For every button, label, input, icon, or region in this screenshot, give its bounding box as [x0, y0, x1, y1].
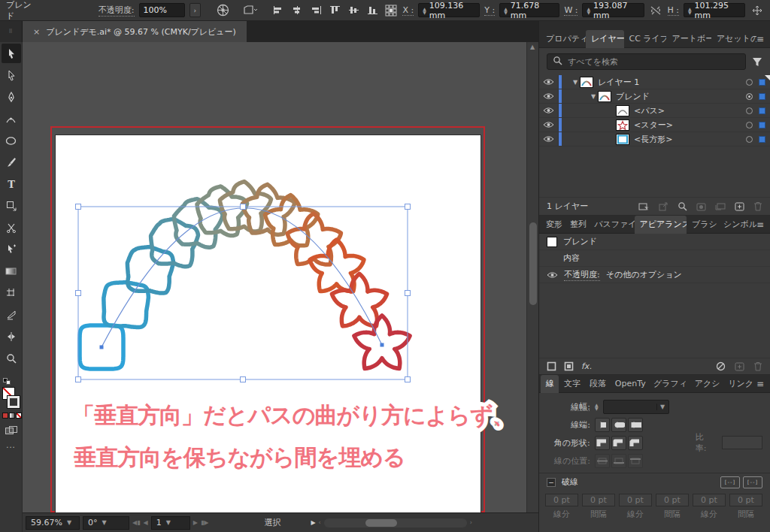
cap-butt-icon[interactable] — [595, 418, 610, 432]
tab-middle-1[interactable]: 整列 — [565, 216, 589, 234]
miter-ratio-field[interactable] — [722, 436, 762, 449]
toolbar-collapse-handle[interactable]: ⠿ — [0, 21, 23, 42]
document-tab[interactable]: × ブレンドデモ.ai* @ 59.67 % (CMYK/プレビュー) — [23, 21, 247, 42]
draw-mode-icon[interactable] — [5, 426, 17, 435]
stroke-swatch[interactable] — [8, 396, 20, 408]
tab-middle-3[interactable]: アピアランス — [635, 216, 687, 234]
cap-round-icon[interactable] — [611, 418, 626, 432]
appearance-row-blend[interactable]: ブレンド — [539, 234, 770, 250]
align-bottom-icon[interactable] — [365, 3, 380, 18]
dash-field-1[interactable]: 0 pt — [582, 494, 615, 506]
align-middle-icon[interactable] — [347, 3, 361, 18]
delete-item-icon[interactable] — [753, 361, 762, 371]
status-expand-icon[interactable]: ▶ — [311, 519, 315, 526]
tab-top-1[interactable]: レイヤー — [586, 30, 624, 48]
new-sublayer-icon[interactable] — [715, 202, 726, 211]
scroll-left-icon[interactable]: ‹ — [319, 519, 321, 526]
tab-middle-4[interactable]: ブラシ — [687, 216, 718, 234]
tab-top-3[interactable]: アートボー — [666, 30, 711, 48]
horizontal-scrollbar[interactable] — [324, 518, 467, 527]
layer-row-4[interactable]: <長方形> — [539, 132, 770, 147]
selection-handle[interactable] — [76, 291, 81, 296]
chevron-down-icon[interactable]: ▼ — [166, 519, 171, 526]
scroll-right-icon[interactable]: › — [470, 519, 472, 526]
align-left-icon[interactable] — [271, 3, 286, 18]
selection-tool[interactable] — [2, 44, 21, 63]
paintbrush-tool[interactable] — [2, 153, 21, 172]
appearance-row-opacity[interactable]: 不透明度: その他のオプション — [539, 267, 770, 283]
selection-handle[interactable] — [405, 377, 411, 382]
rotation-field[interactable]: 0°▼ — [83, 516, 129, 530]
gradient-tool[interactable] — [2, 261, 21, 281]
stroke-weight-combo[interactable]: ▼ — [603, 400, 669, 414]
zoom-level-field[interactable]: 59.67%▼ — [26, 516, 80, 530]
tab-lower-1[interactable]: 文字 — [559, 375, 584, 393]
artboard-number-field[interactable]: 1▼ — [151, 516, 190, 530]
tab-lower-4[interactable]: グラフィ — [648, 375, 690, 393]
stroke-align-outside-icon[interactable] — [628, 454, 643, 468]
stepper-icon[interactable]: ▲▼ — [688, 7, 692, 14]
link-dimensions-icon[interactable] — [649, 3, 663, 18]
target-circle-icon[interactable] — [746, 93, 753, 100]
stepper-icon[interactable]: ▲▼ — [595, 403, 599, 410]
tab-lower-0[interactable]: 線 — [541, 375, 559, 393]
chevron-down-icon[interactable]: ▼ — [67, 519, 71, 526]
tab-middle-0[interactable]: 変形 — [541, 216, 565, 234]
align-right-icon[interactable] — [309, 3, 323, 18]
none-mode-swatch[interactable] — [16, 413, 22, 419]
curvature-tool[interactable] — [2, 109, 21, 128]
layer-row-0[interactable]: ▼レイヤー 1 — [539, 75, 770, 89]
layer-name[interactable]: <スター> — [634, 119, 673, 131]
ellipse-tool[interactable] — [2, 131, 21, 150]
w-field[interactable]: ▲▼ 193.087 mm — [582, 3, 644, 17]
chevron-down-icon[interactable]: ▼ — [102, 519, 107, 526]
transform-icon[interactable] — [750, 3, 764, 18]
selection-indicator[interactable] — [759, 122, 765, 128]
target-circle-icon[interactable] — [746, 107, 753, 114]
tab-top-2[interactable]: CC ライブ — [624, 30, 667, 48]
locate-object-icon[interactable] — [638, 202, 650, 211]
appearance-row-contents[interactable]: 内容 — [539, 250, 770, 267]
layer-row-3[interactable]: <スター> — [539, 118, 770, 132]
stepper-icon[interactable]: ▲▼ — [587, 7, 590, 14]
selection-handle[interactable] — [76, 377, 81, 382]
search-input[interactable]: すべてを検索 — [547, 53, 746, 70]
scroll-up-icon[interactable]: ▲ — [530, 44, 535, 50]
panel-menu-icon[interactable]: ≡ — [756, 219, 764, 230]
layer-name[interactable]: <長方形> — [634, 134, 672, 145]
panel-menu-icon[interactable]: ≡ — [756, 379, 764, 389]
join-round-icon[interactable] — [611, 436, 626, 450]
x-field[interactable]: ▲▼ 109.136 mm — [418, 3, 480, 17]
artboard-nav-next[interactable]: ▶ — [193, 519, 198, 526]
artboard-nav-prev[interactable]: ◀ — [144, 519, 148, 526]
layer-name[interactable]: レイヤー 1 — [598, 77, 639, 88]
chevron-down-icon[interactable]: ▼ — [589, 93, 598, 100]
delete-layer-icon[interactable] — [753, 201, 762, 211]
selection-handle[interactable] — [241, 377, 246, 382]
join-bevel-icon[interactable] — [628, 436, 643, 450]
preserve-dash-icon[interactable]: [‑‑] — [720, 476, 740, 488]
blend-shape-10[interactable] — [310, 240, 364, 292]
target-circle-icon[interactable] — [746, 79, 753, 86]
align-dash-icon[interactable]: [‑‑] — [743, 476, 762, 488]
width-tool[interactable] — [2, 327, 21, 346]
horizontal-scroll-thumb[interactable] — [365, 519, 397, 527]
dash-field-2[interactable]: 0 pt — [619, 494, 652, 506]
stepper-icon[interactable]: ▲▼ — [423, 7, 426, 14]
spine-anchor-point[interactable] — [380, 343, 384, 347]
opacity-field[interactable]: 100% — [139, 3, 185, 17]
opacity-label[interactable]: 不透明度: — [99, 5, 135, 17]
vertical-scrollbar[interactable]: ▲ — [526, 42, 538, 512]
zoom-tool[interactable] — [2, 349, 21, 368]
spine-anchor-point[interactable] — [100, 346, 104, 349]
tab-lower-3[interactable]: OpenTy — [610, 375, 648, 393]
slice-tool[interactable] — [2, 305, 21, 325]
stroke-align-inside-icon[interactable] — [611, 454, 626, 468]
group-selection-tool[interactable] — [2, 240, 21, 259]
y-field[interactable]: ▲▼ 71.678 mm — [499, 3, 559, 17]
layer-thumbnail[interactable] — [598, 91, 611, 102]
recolor-artwork-icon[interactable] — [216, 3, 230, 18]
artboard-tool[interactable] — [2, 283, 21, 303]
clear-appearance-icon[interactable] — [716, 361, 726, 371]
layer-thumbnail[interactable] — [616, 134, 629, 145]
